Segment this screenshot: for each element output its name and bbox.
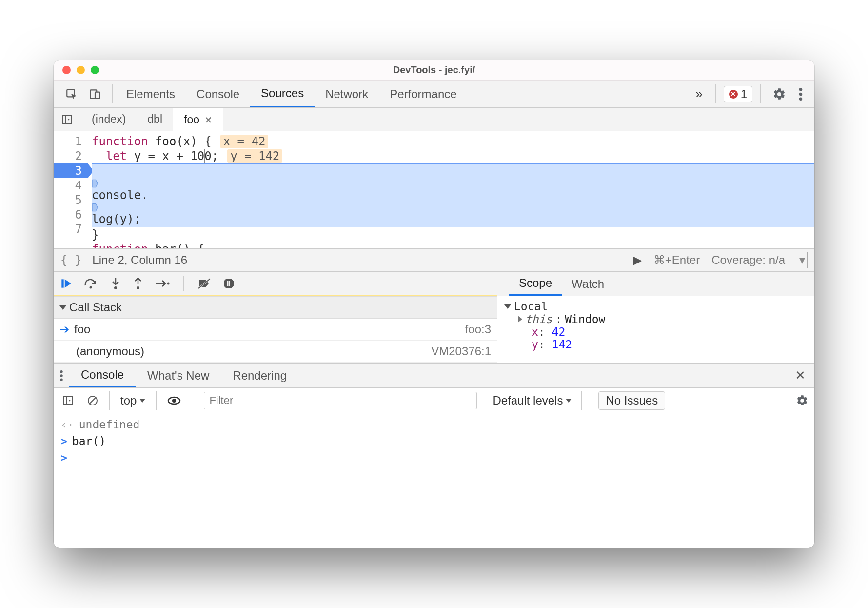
inline-value-hint: y = 142 bbox=[227, 149, 282, 163]
scope-variable[interactable]: y: 142 bbox=[504, 338, 808, 351]
line-number[interactable]: 3 bbox=[54, 163, 88, 178]
code-line[interactable]: console.log(y); bbox=[92, 163, 814, 227]
line-number[interactable]: 1 bbox=[54, 134, 82, 149]
debug-marker-icon bbox=[92, 179, 814, 188]
svg-rect-2 bbox=[95, 92, 100, 98]
scope-variable[interactable]: this: Window bbox=[504, 313, 808, 325]
deactivate-breakpoints-icon[interactable] bbox=[197, 278, 211, 289]
tab-sources[interactable]: Sources bbox=[250, 81, 315, 107]
code-line[interactable]: function bar() { bbox=[92, 242, 814, 248]
more-menu-icon[interactable] bbox=[795, 88, 807, 101]
svg-point-9 bbox=[114, 286, 117, 289]
chevron-down-icon bbox=[566, 399, 572, 403]
call-stack-frame[interactable]: ➔foofoo:3 bbox=[54, 319, 497, 341]
step-over-icon[interactable] bbox=[84, 277, 99, 290]
status-menu-icon[interactable]: ▾ bbox=[797, 252, 808, 268]
debugger-panes: Call Stack ➔foofoo:3(anonymous)VM20376:1… bbox=[54, 272, 814, 363]
file-tab-label: foo bbox=[184, 113, 199, 126]
tab-scope[interactable]: Scope bbox=[509, 272, 562, 296]
navigator-toggle-icon[interactable] bbox=[59, 112, 76, 127]
collapse-icon bbox=[59, 305, 66, 310]
console-text: bar() bbox=[72, 435, 106, 447]
execution-context-selector[interactable]: top bbox=[118, 393, 148, 408]
console-filter-input[interactable] bbox=[204, 392, 477, 409]
drawer-close-icon[interactable]: ✕ bbox=[786, 364, 814, 387]
drawer-tab-console[interactable]: Console bbox=[69, 364, 136, 387]
resume-icon[interactable] bbox=[59, 277, 72, 290]
inspect-element-icon[interactable] bbox=[62, 86, 81, 102]
zoom-window-button[interactable] bbox=[91, 66, 99, 74]
chevron-down-icon bbox=[139, 399, 145, 403]
device-toolbar-icon[interactable] bbox=[86, 86, 104, 102]
debug-marker-icon bbox=[92, 203, 814, 212]
issues-button[interactable]: No Issues bbox=[598, 391, 665, 410]
drawer-menu-icon[interactable] bbox=[54, 364, 69, 387]
tab-performance[interactable]: Performance bbox=[379, 81, 467, 107]
svg-rect-6 bbox=[63, 116, 72, 123]
code-content[interactable]: function foo(x) {x = 42 let y = x + 100;… bbox=[88, 131, 814, 248]
line-number[interactable]: 6 bbox=[54, 207, 82, 222]
error-icon: ✕ bbox=[729, 90, 738, 99]
svg-point-8 bbox=[90, 286, 92, 289]
tab-network[interactable]: Network bbox=[315, 81, 379, 107]
cursor-position: Line 2, Column 16 bbox=[92, 253, 187, 267]
frame-location: VM20376:1 bbox=[431, 345, 491, 358]
drawer: ConsoleWhat's NewRendering ✕ top Default bbox=[54, 363, 814, 548]
line-gutter[interactable]: 1234567 bbox=[54, 131, 88, 248]
clear-console-icon[interactable] bbox=[84, 393, 101, 408]
close-icon[interactable]: ✕ bbox=[204, 114, 213, 126]
file-tabs-row: (index)dblfoo✕ bbox=[54, 108, 814, 131]
scope-variable[interactable]: x: 42 bbox=[504, 325, 808, 338]
run-snippet-icon[interactable]: ▶ bbox=[633, 253, 642, 267]
svg-rect-15 bbox=[229, 281, 231, 286]
inline-value-hint: x = 42 bbox=[220, 135, 269, 148]
console-sidebar-icon[interactable] bbox=[59, 393, 77, 408]
step-out-icon[interactable] bbox=[133, 277, 143, 290]
code-line[interactable]: function foo(x) {x = 42 bbox=[92, 134, 814, 149]
more-tabs-icon[interactable]: » bbox=[690, 86, 707, 101]
variable-value: 142 bbox=[552, 338, 572, 351]
svg-rect-14 bbox=[227, 281, 229, 286]
line-number[interactable]: 2 bbox=[54, 149, 82, 163]
file-tab-foo[interactable]: foo✕ bbox=[173, 108, 223, 131]
titlebar: DevTools - jec.fyi/ bbox=[54, 60, 814, 81]
svg-point-10 bbox=[137, 286, 139, 289]
minimize-window-button[interactable] bbox=[77, 66, 85, 74]
console-settings-icon[interactable] bbox=[796, 394, 809, 407]
code-editor[interactable]: 1234567 function foo(x) {x = 42 let y = … bbox=[54, 131, 814, 248]
step-icon[interactable] bbox=[155, 278, 170, 289]
frame-name: (anonymous) bbox=[59, 345, 144, 358]
tab-watch[interactable]: Watch bbox=[562, 272, 614, 296]
tab-elements[interactable]: Elements bbox=[116, 81, 186, 107]
line-number[interactable]: 7 bbox=[54, 222, 82, 237]
step-into-icon[interactable] bbox=[110, 277, 121, 290]
pause-exceptions-icon[interactable] bbox=[223, 278, 235, 289]
pretty-print-icon[interactable]: { } bbox=[60, 253, 81, 267]
console-line-prompt[interactable]: > bbox=[54, 449, 814, 466]
code-line[interactable]: let y = x + 100;y = 142 bbox=[92, 149, 814, 163]
tab-console[interactable]: Console bbox=[186, 81, 250, 107]
scope-section-header[interactable]: Local bbox=[504, 300, 808, 313]
svg-point-4 bbox=[799, 92, 803, 96]
file-tab-index[interactable]: (index) bbox=[81, 108, 137, 131]
console-output[interactable]: ‹·undefined>bar()> bbox=[54, 413, 814, 469]
svg-point-16 bbox=[60, 370, 63, 373]
code-line[interactable]: } bbox=[92, 227, 814, 242]
error-count-badge[interactable]: ✕ 1 bbox=[724, 86, 752, 102]
call-stack-header[interactable]: Call Stack bbox=[54, 296, 497, 319]
line-number[interactable]: 4 bbox=[54, 178, 82, 193]
file-tab-dbl[interactable]: dbl bbox=[137, 108, 173, 131]
frame-name: foo bbox=[74, 323, 90, 336]
call-stack-frame[interactable]: (anonymous)VM20376:1 bbox=[54, 341, 497, 363]
drawer-tab-what-s-new[interactable]: What's New bbox=[136, 364, 221, 387]
svg-line-21 bbox=[89, 397, 96, 404]
settings-icon[interactable] bbox=[769, 87, 790, 101]
live-expression-icon[interactable] bbox=[164, 394, 184, 407]
variable-value: Window bbox=[565, 313, 605, 325]
drawer-tab-rendering[interactable]: Rendering bbox=[221, 364, 298, 387]
log-levels-selector[interactable]: Default levels bbox=[493, 394, 572, 407]
console-line-result: ‹·undefined bbox=[54, 416, 814, 433]
line-number[interactable]: 5 bbox=[54, 193, 82, 207]
close-window-button[interactable] bbox=[62, 66, 71, 74]
console-line-input: >bar() bbox=[54, 433, 814, 449]
